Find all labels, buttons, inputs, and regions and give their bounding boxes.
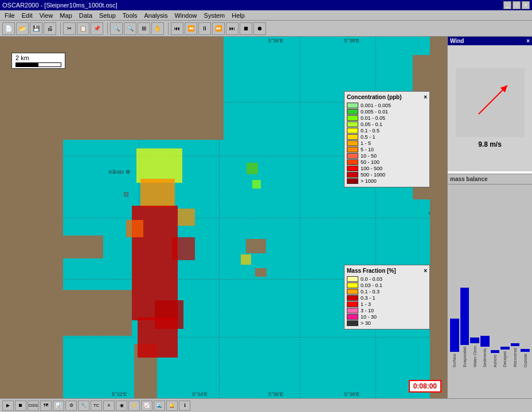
mf-legend-row-4: 1 - 3 — [347, 301, 427, 307]
tb-play-fwd[interactable]: ⏭ — [226, 22, 238, 35]
legend-row-0: 0.001 - 0.005 — [347, 103, 427, 108]
title-controls: _ □ × — [503, 1, 530, 9]
menu-bar: File Edit View Map Data Setup Tools Anal… — [0, 10, 532, 21]
status-btn-11[interactable]: 📈 — [141, 401, 152, 411]
tb-step-fwd[interactable]: ⏩ — [212, 22, 225, 35]
maximize-button[interactable]: □ — [513, 1, 521, 9]
menu-data[interactable]: Data — [76, 11, 96, 19]
mf-legend-color-4 — [347, 301, 358, 307]
menu-map[interactable]: Map — [56, 11, 75, 19]
spill-red4 — [138, 317, 178, 358]
bar-chart: SurfaceEvaporatedWater Clmn.SedimentsAsh… — [448, 185, 532, 396]
status-btn-10[interactable]: ⚡ — [128, 401, 140, 411]
status-btn-2[interactable]: OSS — [28, 401, 39, 411]
status-btn-12[interactable]: 🌊 — [154, 401, 165, 411]
legend-color-0 — [347, 103, 358, 108]
status-btn-tc[interactable]: TC — [91, 401, 102, 411]
concentration-legend-close[interactable]: × — [424, 94, 427, 100]
tb-step-back[interactable]: ⏪ — [185, 22, 197, 35]
bar-col-2: Water Clmn. — [470, 338, 479, 367]
status-btn-6[interactable]: 🔧 — [78, 401, 89, 411]
tb-sep1 — [58, 22, 61, 35]
tb-pause[interactable]: ⏸ — [198, 22, 211, 35]
menu-system[interactable]: System — [201, 11, 229, 19]
legend-color-2 — [347, 115, 358, 121]
menu-file[interactable]: File — [1, 11, 18, 19]
statusbar: ▶ ⏹ OSS 🗺 📊 ⚙ 🔧 TC ≡ ◉ ⚡ 📈 🌊 🔔 ℹ — [0, 398, 532, 412]
wind-close[interactable]: × — [526, 38, 530, 44]
land-island1 — [57, 236, 103, 258]
status-btn-13[interactable]: 🔔 — [166, 401, 178, 411]
minimize-button[interactable]: _ — [503, 1, 511, 9]
wind-arrow-area — [456, 68, 525, 137]
menu-analysis[interactable]: Analysis — [140, 11, 171, 19]
tb-cut[interactable]: ✂ — [63, 22, 76, 35]
tb-copy[interactable]: 📋 — [77, 22, 89, 35]
menu-window[interactable]: Window — [171, 11, 200, 19]
menu-setup[interactable]: Setup — [96, 11, 119, 19]
wind-arrow-svg — [456, 68, 525, 137]
scale-inner — [15, 62, 61, 67]
wind-speed: 9.8 m/s — [478, 140, 502, 148]
mf-legend-color-3 — [347, 295, 358, 301]
tb-new[interactable]: 📄 — [2, 22, 15, 35]
coord-bot-3: 5°36'E — [268, 391, 283, 397]
tb-open[interactable]: 📂 — [16, 22, 29, 35]
menu-help[interactable]: Help — [228, 11, 248, 19]
bar-ashore — [491, 350, 500, 353]
tb-pan[interactable]: ✋ — [151, 22, 164, 35]
status-btn-4[interactable]: 📊 — [53, 401, 64, 411]
legend-row-1: 0.005 - 0.01 — [347, 109, 427, 115]
status-btn-9[interactable]: ◉ — [116, 401, 127, 411]
spill-orange2 — [126, 220, 143, 237]
concentration-legend-title: Concentration (ppb) × — [347, 94, 427, 100]
legend-row-3: 0.05 - 0.1 — [347, 121, 427, 127]
toolbar: 📄 📂 💾 🖨 ✂ 📋 📌 🔍 🔍 ⊞ ✋ ⏮ ⏪ ⏸ ⏩ ⏭ ⏹ ⏺ — [0, 21, 532, 37]
tb-zoom-out[interactable]: 🔍 — [124, 22, 136, 35]
scale-label: 2 km — [15, 54, 29, 61]
status-btn-3[interactable]: 🗺 — [40, 401, 52, 411]
legend-row-8: 10 - 50 — [347, 153, 427, 159]
bar-col-1: Evaporated — [460, 288, 470, 367]
status-btn-0[interactable]: ▶ — [2, 401, 14, 411]
spill-green2 — [252, 180, 261, 189]
menu-tools[interactable]: Tools — [119, 11, 141, 19]
menu-edit[interactable]: Edit — [18, 11, 36, 19]
right-panel: Wind × 9.8 m/s — [447, 37, 532, 398]
title-bar: OSCAR2000 - [Sleipner10ms_1000t.osc] _ □… — [0, 0, 532, 10]
mf-legend-row-6: 10 - 30 — [347, 314, 427, 320]
tb-save[interactable]: 💾 — [30, 22, 42, 35]
bar-label-6: Recovered — [513, 348, 517, 367]
mass-balance-title: mass balance — [448, 174, 532, 185]
bar-label-7: Outside — [523, 354, 527, 367]
close-button[interactable]: × — [522, 1, 530, 9]
bar-col-5: Decayed — [500, 347, 510, 367]
tb-stop[interactable]: ⏹ — [240, 22, 252, 35]
tb-paste[interactable]: 📌 — [91, 22, 103, 35]
tb-zoom-in[interactable]: 🔍 — [110, 22, 123, 35]
tb-sep3 — [166, 22, 169, 35]
tb-print[interactable]: 🖨 — [44, 22, 56, 35]
land-right — [430, 37, 447, 398]
tb-record[interactable]: ⏺ — [253, 22, 266, 35]
tb-play-back[interactable]: ⏮ — [171, 22, 183, 35]
svg-line-0 — [479, 85, 507, 114]
status-btn-5[interactable]: ⚙ — [65, 401, 77, 411]
bar-label-4: Ashore — [493, 355, 497, 367]
menu-view[interactable]: View — [36, 11, 57, 19]
legend-color-10 — [347, 166, 358, 171]
coord-top-4: 5°38'E — [345, 38, 359, 44]
status-btn-8[interactable]: ≡ — [103, 401, 115, 411]
status-btn-14[interactable]: ℹ — [179, 401, 190, 411]
map-area[interactable]: 5°30'E 5°32'E 5°34'E 5°36'E 5°38'E 5°30'… — [0, 37, 447, 398]
mf-legend-row-7: > 30 — [347, 320, 427, 326]
legend-row-12: > 1000 — [347, 178, 427, 184]
bar-sediments — [480, 336, 490, 347]
legend-row-2: 0.01 - 0.05 — [347, 115, 427, 121]
legend-color-6 — [347, 140, 358, 146]
spill-red2 — [172, 237, 195, 260]
mass-fraction-legend-close[interactable]: × — [424, 268, 427, 274]
tb-zoom-full[interactable]: ⊞ — [138, 22, 150, 35]
mf-legend-row-5: 3 - 10 — [347, 308, 427, 313]
status-btn-1[interactable]: ⏹ — [15, 401, 26, 411]
